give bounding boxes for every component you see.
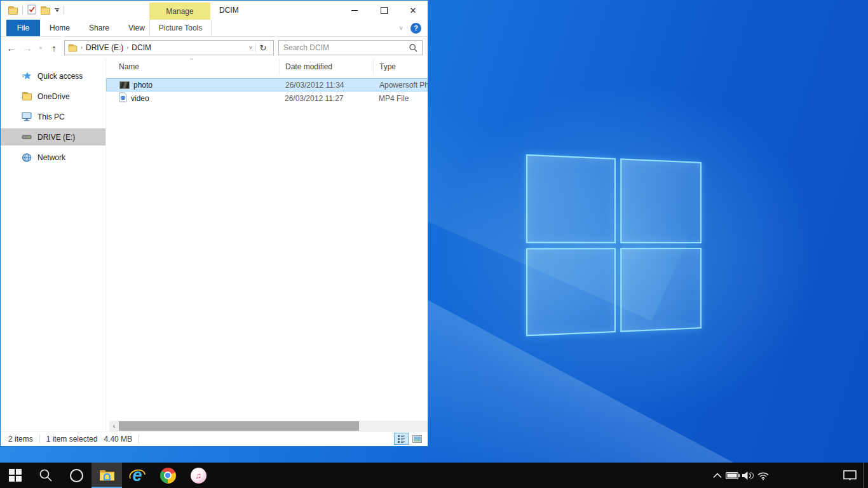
selection-size: 4.40 MB <box>104 435 132 444</box>
scrollbar-track[interactable] <box>119 421 424 431</box>
address-bar[interactable]: › DRIVE (E:) › DCIM ˅ ↻ <box>64 40 274 55</box>
thumbnails-view-icon <box>412 435 422 443</box>
file-name-label: photo <box>133 81 153 90</box>
history-chevron-icon[interactable]: ˅ <box>37 45 44 51</box>
ribbon-tab-row: File Home Share View Picture Tools ˅ ? <box>1 20 428 37</box>
horizontal-scrollbar[interactable]: ‹ › <box>109 421 428 431</box>
maximize-icon <box>381 7 388 14</box>
folder-icon <box>69 44 78 51</box>
taskbar-search-button[interactable] <box>31 463 61 488</box>
back-icon[interactable]: ← <box>6 43 17 53</box>
action-center-icon[interactable] <box>842 470 857 481</box>
file-type-cell: Apowersoft Pho <box>374 81 428 90</box>
breadcrumb-separator-icon: › <box>81 44 83 51</box>
quick-access-toolbar <box>8 1 64 20</box>
sidebar-item-label: Quick access <box>37 72 83 81</box>
computer-icon <box>22 112 32 122</box>
column-header-name[interactable]: Name ^ <box>106 58 279 75</box>
breadcrumb-drive[interactable]: DRIVE (E:) <box>86 43 123 52</box>
close-icon: ✕ <box>410 6 417 15</box>
windows-logo-icon <box>526 154 702 337</box>
minimize-button[interactable] <box>340 1 369 20</box>
show-desktop-button[interactable] <box>864 463 868 488</box>
scrollbar-thumb[interactable] <box>119 421 359 431</box>
file-row-video[interactable]: video 26/03/2012 11:27 MP4 File <box>106 92 428 105</box>
address-bar-row: ← → ˅ ↑ › DRIVE (E:) › DCIM ˅ ↻ <box>1 37 428 58</box>
hidden-icons-chevron-icon[interactable] <box>710 473 725 478</box>
scroll-right-icon[interactable]: › <box>424 421 428 431</box>
battery-icon[interactable] <box>725 471 740 480</box>
column-header-label: Name <box>119 62 139 71</box>
star-icon <box>22 71 32 81</box>
wifi-icon[interactable] <box>756 471 771 480</box>
maximize-button[interactable] <box>369 1 398 20</box>
folder-icon <box>22 92 32 102</box>
up-icon[interactable]: ↑ <box>48 43 60 53</box>
forward-icon[interactable]: → <box>22 43 33 53</box>
file-rows: photo 26/03/2012 11:34 Apowersoft Pho vi… <box>106 78 428 105</box>
status-bar: 2 items 1 item selected 4.40 MB <box>1 431 428 446</box>
chrome-icon <box>160 468 176 484</box>
file-explorer-window: Manage DCIM ✕ File Home Share View Pictu… <box>0 0 428 447</box>
manage-contextual-tab[interactable]: Manage <box>149 3 210 20</box>
drive-icon <box>22 132 32 142</box>
itunes-button[interactable]: ♫ <box>183 463 214 488</box>
file-date-cell: 26/03/2012 11:27 <box>279 94 373 103</box>
video-file-icon <box>119 92 127 104</box>
refresh-icon[interactable]: ↻ <box>255 43 270 53</box>
file-name-cell: video <box>106 92 279 104</box>
chrome-button[interactable] <box>153 463 183 488</box>
file-date-cell: 26/03/2012 11:34 <box>280 81 374 90</box>
sidebar-item-onedrive[interactable]: OneDrive <box>1 88 105 105</box>
thumbnails-view-button[interactable] <box>410 433 424 445</box>
status-separator <box>139 435 139 444</box>
volume-icon[interactable] <box>740 471 756 480</box>
tab-file[interactable]: File <box>6 20 40 36</box>
desktop-wallpaper: Manage DCIM ✕ File Home Share View Pictu… <box>0 0 868 463</box>
toolbar-separator <box>64 6 64 15</box>
window-controls: ✕ <box>340 1 428 20</box>
breadcrumb-folder[interactable]: DCIM <box>132 43 151 52</box>
close-button[interactable]: ✕ <box>398 1 428 20</box>
sidebar-item-quick-access[interactable]: Quick access <box>1 67 105 85</box>
column-header-type[interactable]: Type <box>373 58 428 75</box>
itunes-icon: ♫ <box>191 468 207 484</box>
search-icon <box>39 468 53 482</box>
details-view-icon <box>397 435 405 443</box>
windows-start-icon <box>9 469 22 482</box>
details-view-button[interactable] <box>394 433 409 445</box>
taskbar-file-explorer-button[interactable] <box>92 463 122 488</box>
tab-share[interactable]: Share <box>79 20 119 36</box>
sidebar-item-drive-e[interactable]: DRIVE (E:) <box>1 128 105 146</box>
new-folder-icon[interactable] <box>41 6 50 15</box>
sidebar-item-label: This PC <box>37 112 65 121</box>
status-separator <box>39 435 40 444</box>
start-button[interactable] <box>0 463 31 488</box>
expand-ribbon-chevron-icon[interactable]: ˅ <box>399 25 403 32</box>
sidebar-item-network[interactable]: Network <box>1 149 105 166</box>
toolbar-separator <box>22 6 23 15</box>
scroll-left-icon[interactable]: ‹ <box>109 421 119 431</box>
cortana-button[interactable] <box>61 463 92 488</box>
window-title: DCIM <box>219 1 239 20</box>
search-box[interactable] <box>278 40 423 55</box>
customize-quick-access-icon[interactable] <box>55 8 59 12</box>
network-icon <box>22 152 32 163</box>
properties-icon[interactable] <box>27 4 36 17</box>
search-input[interactable] <box>283 43 409 52</box>
file-row-photo[interactable]: photo 26/03/2012 11:34 Apowersoft Pho <box>106 78 428 92</box>
taskbar: e ♫ <box>0 463 868 488</box>
column-header-label: Type <box>379 62 396 71</box>
help-icon[interactable]: ? <box>410 23 421 34</box>
title-bar: Manage DCIM ✕ <box>1 1 428 20</box>
column-header-date-modified[interactable]: Date modified <box>279 58 373 75</box>
internet-explorer-button[interactable]: e <box>122 463 153 488</box>
search-icon <box>409 44 417 52</box>
file-name-cell: photo <box>107 81 280 90</box>
sidebar-item-this-pc[interactable]: This PC <box>1 108 105 125</box>
address-dropdown-chevron-icon[interactable]: ˅ <box>249 44 252 51</box>
tab-picture-tools[interactable]: Picture Tools <box>149 20 212 36</box>
tab-home[interactable]: Home <box>40 20 79 36</box>
sort-ascending-icon: ^ <box>190 58 193 64</box>
file-name-label: video <box>131 94 149 103</box>
